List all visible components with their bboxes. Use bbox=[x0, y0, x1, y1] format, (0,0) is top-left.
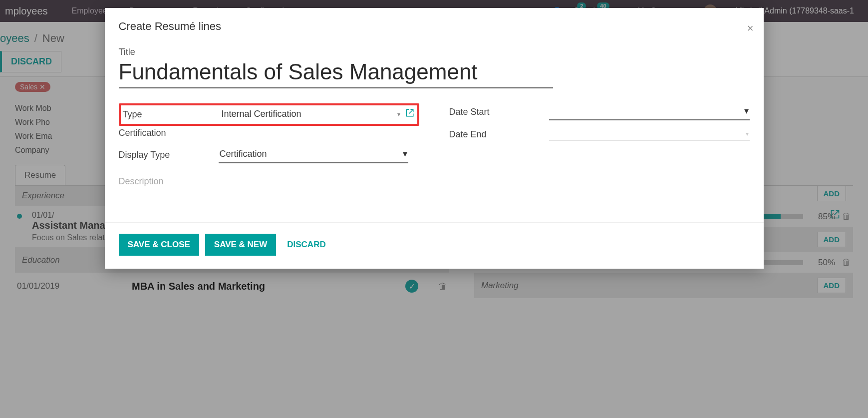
type-label: Type bbox=[123, 109, 221, 120]
close-icon[interactable]: × bbox=[747, 22, 754, 35]
chevron-down-icon bbox=[403, 148, 407, 159]
date-start-input[interactable] bbox=[549, 103, 750, 120]
date-end-input[interactable]: ▾ bbox=[549, 128, 750, 141]
modal-overlay[interactable]: Create Resumé lines × Title Type Interna… bbox=[0, 0, 868, 418]
description-input[interactable]: Description bbox=[119, 171, 750, 197]
chevron-down-icon bbox=[744, 105, 749, 116]
certification-label: Certification bbox=[119, 128, 419, 138]
type-select[interactable]: Internal Certification ▾ bbox=[221, 106, 415, 123]
type-value-text: Internal Certification bbox=[222, 109, 301, 119]
title-label: Title bbox=[119, 47, 750, 57]
type-field-highlight: Type Internal Certification ▾ bbox=[119, 103, 419, 126]
display-type-select[interactable]: Certification bbox=[219, 146, 408, 163]
date-end-label: Date End bbox=[449, 129, 549, 140]
modal-title: Create Resumé lines bbox=[119, 20, 221, 33]
chevron-down-icon: ▾ bbox=[397, 111, 400, 118]
chevron-down-icon: ▾ bbox=[746, 130, 749, 137]
save-close-button[interactable]: SAVE & CLOSE bbox=[119, 234, 199, 256]
discard-button[interactable]: DISCARD bbox=[282, 234, 330, 256]
display-type-label: Display Type bbox=[119, 150, 219, 160]
save-new-button[interactable]: SAVE & NEW bbox=[205, 234, 276, 256]
title-input[interactable] bbox=[119, 57, 553, 88]
date-start-label: Date Start bbox=[449, 107, 549, 117]
create-resume-lines-modal: Create Resumé lines × Title Type Interna… bbox=[105, 8, 764, 269]
external-link-icon[interactable] bbox=[405, 108, 414, 120]
display-type-value-text: Certification bbox=[220, 149, 267, 159]
